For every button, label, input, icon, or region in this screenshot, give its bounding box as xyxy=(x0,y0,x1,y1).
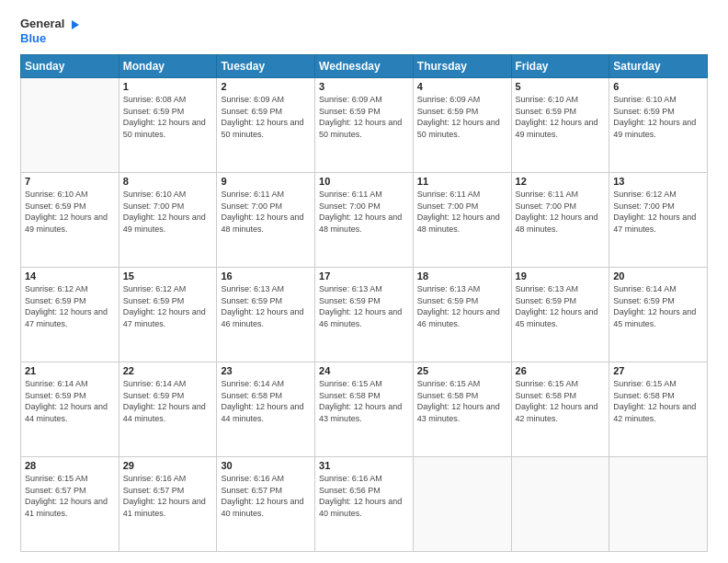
calendar-week-row: 28Sunrise: 6:15 AMSunset: 6:57 PMDayligh… xyxy=(21,457,708,552)
calendar-cell: 22Sunrise: 6:14 AMSunset: 6:59 PMDayligh… xyxy=(119,362,217,457)
calendar-week-row: 7Sunrise: 6:10 AMSunset: 6:59 PMDaylight… xyxy=(21,173,708,268)
day-info: Sunrise: 6:14 AMSunset: 6:58 PMDaylight:… xyxy=(221,378,311,424)
calendar-cell: 20Sunrise: 6:14 AMSunset: 6:59 PMDayligh… xyxy=(609,268,708,362)
day-number: 20 xyxy=(613,270,703,282)
calendar-cell: 28Sunrise: 6:15 AMSunset: 6:57 PMDayligh… xyxy=(21,457,119,552)
day-number: 19 xyxy=(516,270,606,282)
day-number: 1 xyxy=(123,81,213,92)
day-number: 5 xyxy=(516,81,606,92)
day-number: 2 xyxy=(221,81,311,92)
calendar-cell: 10Sunrise: 6:11 AMSunset: 7:00 PMDayligh… xyxy=(315,173,414,268)
calendar-cell: 14Sunrise: 6:12 AMSunset: 6:59 PMDayligh… xyxy=(21,268,119,362)
calendar-table: SundayMondayTuesdayWednesdayThursdayFrid… xyxy=(20,54,708,552)
day-info: Sunrise: 6:14 AMSunset: 6:59 PMDaylight:… xyxy=(25,378,115,424)
day-number: 9 xyxy=(221,176,311,187)
logo: General Blue xyxy=(20,17,81,45)
day-number: 29 xyxy=(123,460,213,471)
calendar-cell: 13Sunrise: 6:12 AMSunset: 7:00 PMDayligh… xyxy=(609,173,708,268)
day-info: Sunrise: 6:10 AMSunset: 6:59 PMDaylight:… xyxy=(516,94,606,140)
page: General Blue SundayMondayTuesdayWednesda… xyxy=(0,0,728,563)
calendar-cell: 27Sunrise: 6:15 AMSunset: 6:58 PMDayligh… xyxy=(609,362,708,457)
day-number: 3 xyxy=(319,81,409,92)
day-number: 6 xyxy=(613,81,703,92)
calendar-cell: 30Sunrise: 6:16 AMSunset: 6:57 PMDayligh… xyxy=(217,457,315,552)
calendar-cell: 15Sunrise: 6:12 AMSunset: 6:59 PMDayligh… xyxy=(119,268,217,362)
day-info: Sunrise: 6:12 AMSunset: 6:59 PMDaylight:… xyxy=(123,283,213,329)
calendar-cell: 16Sunrise: 6:13 AMSunset: 6:59 PMDayligh… xyxy=(217,268,315,362)
day-number: 23 xyxy=(221,365,311,376)
day-number: 27 xyxy=(613,365,703,376)
calendar-cell: 19Sunrise: 6:13 AMSunset: 6:59 PMDayligh… xyxy=(511,268,609,362)
calendar-cell: 2Sunrise: 6:09 AMSunset: 6:59 PMDaylight… xyxy=(217,78,315,173)
calendar-cell: 3Sunrise: 6:09 AMSunset: 6:59 PMDaylight… xyxy=(315,78,414,173)
day-number: 8 xyxy=(123,176,213,187)
weekday-header: Thursday xyxy=(413,55,511,78)
calendar-cell: 8Sunrise: 6:10 AMSunset: 7:00 PMDaylight… xyxy=(119,173,217,268)
day-info: Sunrise: 6:13 AMSunset: 6:59 PMDaylight:… xyxy=(417,283,507,329)
calendar-cell: 6Sunrise: 6:10 AMSunset: 6:59 PMDaylight… xyxy=(609,78,708,173)
day-number: 21 xyxy=(25,365,115,376)
calendar-cell: 29Sunrise: 6:16 AMSunset: 6:57 PMDayligh… xyxy=(119,457,217,552)
day-info: Sunrise: 6:09 AMSunset: 6:59 PMDaylight:… xyxy=(417,94,507,140)
calendar-cell: 23Sunrise: 6:14 AMSunset: 6:58 PMDayligh… xyxy=(217,362,315,457)
calendar-week-row: 14Sunrise: 6:12 AMSunset: 6:59 PMDayligh… xyxy=(21,268,708,362)
day-info: Sunrise: 6:10 AMSunset: 6:59 PMDaylight:… xyxy=(25,189,115,235)
day-info: Sunrise: 6:15 AMSunset: 6:58 PMDaylight:… xyxy=(319,378,409,424)
day-number: 12 xyxy=(516,176,606,187)
weekday-header: Friday xyxy=(511,55,609,78)
day-number: 30 xyxy=(221,460,311,471)
day-info: Sunrise: 6:15 AMSunset: 6:58 PMDaylight:… xyxy=(417,378,507,424)
weekday-header: Sunday xyxy=(21,55,119,78)
calendar-cell: 26Sunrise: 6:15 AMSunset: 6:58 PMDayligh… xyxy=(511,362,609,457)
day-info: Sunrise: 6:15 AMSunset: 6:58 PMDaylight:… xyxy=(613,378,703,424)
day-info: Sunrise: 6:11 AMSunset: 7:00 PMDaylight:… xyxy=(221,189,311,235)
weekday-header: Tuesday xyxy=(217,55,315,78)
day-number: 22 xyxy=(123,365,213,376)
day-number: 18 xyxy=(417,270,507,282)
calendar-cell: 7Sunrise: 6:10 AMSunset: 6:59 PMDaylight… xyxy=(21,173,119,268)
day-number: 16 xyxy=(221,270,311,282)
svg-marker-0 xyxy=(72,20,79,29)
day-number: 13 xyxy=(613,176,703,187)
day-number: 15 xyxy=(123,270,213,282)
calendar-header-row: SundayMondayTuesdayWednesdayThursdayFrid… xyxy=(21,55,708,78)
calendar-cell: 12Sunrise: 6:11 AMSunset: 7:00 PMDayligh… xyxy=(511,173,609,268)
calendar-cell: 21Sunrise: 6:14 AMSunset: 6:59 PMDayligh… xyxy=(21,362,119,457)
calendar-cell: 11Sunrise: 6:11 AMSunset: 7:00 PMDayligh… xyxy=(413,173,511,268)
calendar-cell: 31Sunrise: 6:16 AMSunset: 6:56 PMDayligh… xyxy=(315,457,414,552)
day-info: Sunrise: 6:12 AMSunset: 7:00 PMDaylight:… xyxy=(613,189,703,235)
calendar-cell xyxy=(511,457,609,552)
day-number: 26 xyxy=(516,365,606,376)
day-number: 25 xyxy=(417,365,507,376)
day-number: 31 xyxy=(319,460,409,471)
day-info: Sunrise: 6:12 AMSunset: 6:59 PMDaylight:… xyxy=(25,283,115,329)
calendar-cell: 18Sunrise: 6:13 AMSunset: 6:59 PMDayligh… xyxy=(413,268,511,362)
weekday-header: Wednesday xyxy=(315,55,414,78)
day-info: Sunrise: 6:13 AMSunset: 6:59 PMDaylight:… xyxy=(516,283,606,329)
day-info: Sunrise: 6:16 AMSunset: 6:56 PMDaylight:… xyxy=(319,473,409,519)
day-info: Sunrise: 6:14 AMSunset: 6:59 PMDaylight:… xyxy=(613,283,703,329)
day-number: 11 xyxy=(417,176,507,187)
calendar-cell xyxy=(21,78,119,173)
calendar-cell: 9Sunrise: 6:11 AMSunset: 7:00 PMDaylight… xyxy=(217,173,315,268)
day-number: 7 xyxy=(25,176,115,187)
calendar-cell xyxy=(609,457,708,552)
day-info: Sunrise: 6:10 AMSunset: 7:00 PMDaylight:… xyxy=(123,189,213,235)
weekday-header: Monday xyxy=(119,55,217,78)
day-info: Sunrise: 6:16 AMSunset: 6:57 PMDaylight:… xyxy=(123,473,213,519)
logo-text: General Blue xyxy=(20,17,81,45)
calendar-cell: 17Sunrise: 6:13 AMSunset: 6:59 PMDayligh… xyxy=(315,268,414,362)
day-info: Sunrise: 6:08 AMSunset: 6:59 PMDaylight:… xyxy=(123,94,213,140)
day-info: Sunrise: 6:15 AMSunset: 6:57 PMDaylight:… xyxy=(25,473,115,519)
day-info: Sunrise: 6:14 AMSunset: 6:59 PMDaylight:… xyxy=(123,378,213,424)
calendar-week-row: 21Sunrise: 6:14 AMSunset: 6:59 PMDayligh… xyxy=(21,362,708,457)
day-info: Sunrise: 6:09 AMSunset: 6:59 PMDaylight:… xyxy=(319,94,409,140)
day-number: 28 xyxy=(25,460,115,471)
day-number: 24 xyxy=(319,365,409,376)
day-number: 14 xyxy=(25,270,115,282)
day-info: Sunrise: 6:11 AMSunset: 7:00 PMDaylight:… xyxy=(516,189,606,235)
calendar-cell: 1Sunrise: 6:08 AMSunset: 6:59 PMDaylight… xyxy=(119,78,217,173)
calendar-cell: 5Sunrise: 6:10 AMSunset: 6:59 PMDaylight… xyxy=(511,78,609,173)
day-info: Sunrise: 6:11 AMSunset: 7:00 PMDaylight:… xyxy=(417,189,507,235)
day-info: Sunrise: 6:09 AMSunset: 6:59 PMDaylight:… xyxy=(221,94,311,140)
